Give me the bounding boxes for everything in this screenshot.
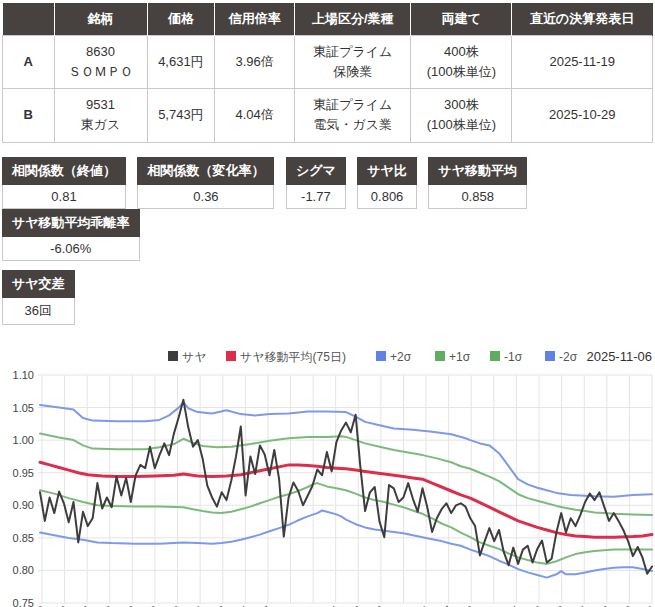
stat-label: シグマ (286, 157, 346, 185)
stat-saya-cross: サヤ交差 36回 (2, 270, 75, 325)
saya-chart-container: 1.101.051.000.950.900.850.800.752024-10-… (0, 329, 655, 607)
x-axis-label: 2024-11-26 (47, 602, 93, 607)
y-axis-label: 0.90 (13, 499, 34, 511)
stat-value: 0.81 (2, 185, 126, 209)
x-axis-label: 2025-05-12 (317, 602, 364, 607)
x-axis-label: 2025-02-04 (159, 602, 206, 607)
industry: 電気・ガス業 (297, 115, 408, 135)
price-cell: 5,743円 (147, 89, 215, 142)
stat-correlation-close: 相関係数（終値） 0.81 (2, 157, 126, 209)
y-axis-label: 1.00 (13, 434, 34, 446)
col-header-earnings: 直近の決算発表日 (512, 3, 653, 36)
listing-market: 東証プライム (297, 42, 408, 62)
stat-saya-ma-deviation: サヤ移動平均乖離率 -6.06% (2, 209, 140, 261)
x-axis-label: 2025-10-08 (566, 602, 613, 607)
legend-swatch-2 (226, 351, 236, 361)
col-header-margin-ratio: 信用倍率 (215, 3, 295, 36)
x-axis-label: 2025-06-24 (385, 602, 432, 607)
x-axis-label: 2025-08-15 (475, 602, 522, 607)
stock-name: ＳＯＭＰＯ (57, 62, 145, 82)
table-row-b: B 9531 東ガス 5,743円 4.04倍 東証プライム 電気・ガス業 30… (3, 89, 653, 142)
x-axis-label: 2025-04-24 (295, 602, 342, 607)
stat-value: 36回 (2, 298, 75, 325)
listing-cell: 東証プライム 電気・ガス業 (295, 89, 411, 142)
earnings-date-cell: 2025-10-29 (512, 89, 653, 142)
x-axis-label: 2024-12-09 (69, 602, 116, 607)
legend-label: サヤ (182, 349, 207, 363)
x-axis-label: 2025-07-07 (408, 602, 455, 607)
stat-sigma: シグマ -1.77 (286, 157, 346, 209)
stat-value: 0.36 (137, 185, 274, 209)
stat-value: -6.06% (2, 237, 140, 261)
stat-saya-ma: サヤ移動平均 0.858 (428, 157, 527, 209)
x-axis-label: 2025-02-18 (182, 602, 229, 607)
pair-info-table: 銘柄 価格 信用倍率 上場区分/業種 両建て 直近の決算発表日 A 8630 Ｓ… (2, 3, 653, 143)
saya-cross-row: サヤ交差 36回 (2, 270, 655, 325)
row-key: A (3, 36, 55, 89)
corner-cell (3, 3, 55, 36)
y-axis-label: 0.85 (13, 531, 34, 543)
stat-saya-ratio: サヤ比 0.806 (357, 157, 417, 209)
margin-ratio-cell: 3.96倍 (215, 36, 295, 89)
legend-swatch-3 (376, 351, 386, 361)
stock-code: 8630 (57, 42, 145, 62)
earnings-date-cell: 2025-11-19 (512, 36, 653, 89)
legend-label: -2σ (559, 349, 578, 363)
x-axis-label: 2025-11-05 (611, 602, 655, 607)
legend-label: -1σ (504, 349, 523, 363)
stats-row: 相関係数（終値） 0.81 相関係数（変化率） 0.36 シグマ -1.77 サ… (2, 157, 655, 261)
price-cell: 4,631円 (147, 36, 215, 89)
stat-label: サヤ移動平均 (428, 157, 527, 185)
stat-label: サヤ比 (357, 157, 417, 185)
legend-label: +1σ (449, 349, 471, 363)
col-header-listing: 上場区分/業種 (295, 3, 411, 36)
legend-swatch-4 (435, 351, 445, 361)
hedge-cell: 400株 (100株単位) (411, 36, 512, 89)
y-axis-label: 0.80 (13, 564, 34, 576)
x-axis-label: 2025-08-01 (453, 602, 500, 607)
x-axis-label: 2025-06-11 (363, 602, 409, 607)
y-axis-label: 0.75 (13, 597, 34, 607)
table-row-a: A 8630 ＳＯＭＰＯ 4,631円 3.96倍 東証プライム 保険業 400… (3, 36, 653, 89)
x-axis-label: 2025-03-31 (249, 602, 296, 607)
chart-date-label: 2025-11-06 (586, 349, 652, 364)
stock-name-cell: 8630 ＳＯＭＰＯ (54, 36, 147, 89)
legend-swatch-5 (490, 351, 500, 361)
hedge-shares: 300株 (413, 95, 509, 115)
legend-label: +2σ (390, 349, 412, 363)
saya-chart: 1.101.051.000.950.900.850.800.752024-10-… (0, 329, 655, 607)
row-key: B (3, 89, 55, 142)
x-axis-label: 2025-09-10 (521, 602, 568, 607)
stat-label: 相関係数（終値） (2, 157, 126, 185)
y-axis-label: 1.05 (13, 401, 34, 413)
col-header-hedge: 両建て (411, 3, 512, 36)
stat-label: サヤ交差 (2, 270, 75, 298)
x-axis-label: 2025-04-11 (273, 602, 319, 607)
series-plus1s (40, 433, 652, 514)
col-header-name: 銘柄 (54, 3, 147, 36)
x-axis-label: 2025-08-28 (498, 602, 545, 607)
legend-swatch-6 (545, 351, 555, 361)
legend-label: サヤ移動平均(75日) (240, 349, 346, 363)
stock-code: 9531 (57, 95, 145, 115)
y-axis-label: 0.95 (13, 466, 34, 478)
hedge-unit: (100株単位) (413, 115, 509, 135)
margin-ratio-cell: 4.04倍 (215, 89, 295, 142)
x-axis-label: 2025-09-25 (543, 602, 590, 607)
x-axis-label: 2025-03-04 (204, 602, 251, 607)
hedge-unit: (100株単位) (413, 62, 509, 82)
x-axis-label: 2025-01-08 (114, 602, 161, 607)
stock-name-cell: 9531 東ガス (54, 89, 147, 142)
stat-label: 相関係数（変化率） (137, 157, 274, 185)
series-saya (40, 399, 652, 573)
stat-value: 0.858 (428, 185, 527, 209)
stock-name: 東ガス (57, 115, 145, 135)
stat-value: -1.77 (286, 185, 346, 209)
table-header-row: 銘柄 価格 信用倍率 上場区分/業種 両建て 直近の決算発表日 (3, 3, 653, 36)
stat-value: 0.806 (357, 185, 417, 209)
x-axis-label: 2024-12-20 (91, 602, 138, 607)
industry: 保険業 (297, 62, 408, 82)
y-axis-label: 1.10 (13, 369, 34, 381)
x-axis-label: 2025-05-23 (340, 602, 387, 607)
col-header-price: 価格 (147, 3, 215, 36)
